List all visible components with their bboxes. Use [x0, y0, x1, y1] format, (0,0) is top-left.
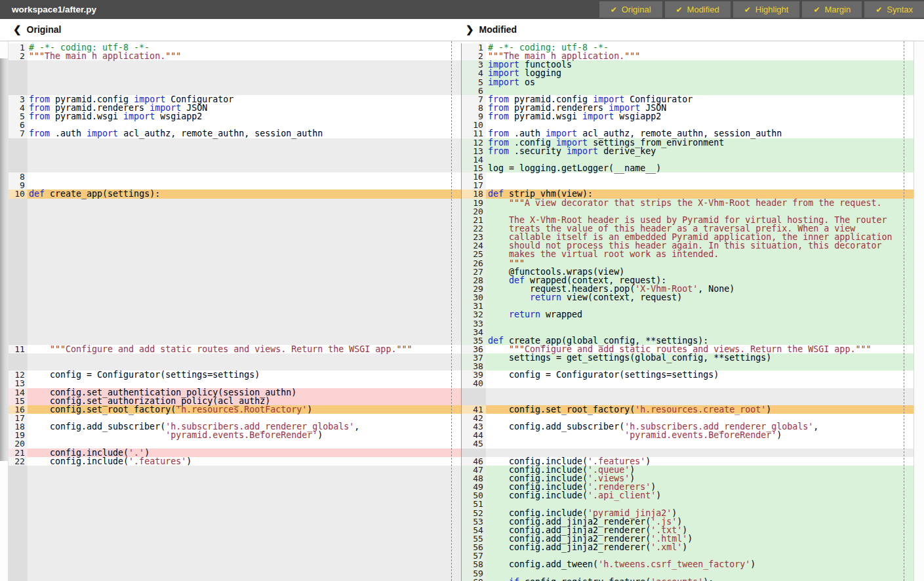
line-number: 12: [461, 138, 486, 147]
diff-row: 56 config.add_jinja2_renderer('.xml'): [461, 543, 914, 551]
code-token: [488, 310, 509, 319]
code-line: [28, 69, 461, 77]
code-line: [28, 483, 461, 491]
toggle-highlight-button[interactable]: ✔ Highlight: [733, 1, 800, 18]
diff-row: [9, 551, 461, 560]
line-number: [9, 259, 28, 268]
code-token: wrapped: [540, 310, 582, 319]
line-number: [9, 526, 28, 534]
line-number: 6: [461, 87, 486, 95]
line-number: 25: [461, 250, 486, 258]
chevron-right-icon: ❯: [466, 24, 474, 35]
line-number: [9, 543, 28, 551]
toggle-modified-button[interactable]: ✔ Modified: [665, 1, 731, 18]
toggle-syntax-button[interactable]: ✔ Syntax: [864, 1, 924, 18]
line-number: 58: [461, 560, 486, 569]
code-line: 'pyramid.events.BeforeRender'): [28, 431, 461, 439]
diff-row: [9, 250, 461, 258]
margin-line-icon: [904, 41, 904, 581]
code-line: config.add_jinja2_renderer('.xml'): [486, 543, 914, 551]
line-number: 35: [461, 336, 486, 345]
code-line: [28, 241, 461, 250]
code-token: 'accounts': [651, 577, 703, 581]
code-token: 'h.tweens.csrf_tween_factory': [598, 559, 750, 569]
code-token: config = Configurator(settings=settings): [488, 370, 719, 380]
original-pane-header: ❮ Original: [13, 24, 61, 35]
code-line: [28, 319, 461, 328]
code-line: [28, 285, 461, 293]
toggle-original-button[interactable]: ✔ Original: [599, 1, 662, 18]
code-line: def create_app(settings):: [28, 190, 461, 198]
code-line: """The main h application.""": [28, 52, 461, 60]
diff-row: [9, 500, 461, 508]
toggle-margin-button[interactable]: ✔ Margin: [802, 1, 862, 18]
line-number: 18: [461, 190, 486, 198]
code-line: [28, 216, 461, 224]
diff-row: 2"""The main h application.""": [9, 52, 461, 60]
line-number: [9, 328, 28, 336]
diff-row: 50 config.include('.api_client'): [461, 491, 914, 500]
code-token: config.set_root_factory(: [488, 405, 635, 414]
modified-pane-header: ❯ Modified: [466, 24, 517, 35]
diff-row: 8: [9, 172, 461, 181]
line-number: [9, 310, 28, 319]
code-token: import: [488, 77, 519, 87]
code-token: import: [87, 129, 118, 138]
diff-row: [9, 578, 461, 581]
line-number: [9, 534, 28, 543]
code-line: [28, 302, 461, 310]
code-line: [28, 551, 461, 560]
code-line: [28, 526, 461, 534]
line-number: [9, 509, 28, 517]
code-token: config.add_tween(: [488, 559, 598, 569]
original-code-rows: 1# -*- coding: utf-8 -*-2"""The main h a…: [9, 41, 461, 581]
left-scrollbar[interactable]: [0, 41, 9, 581]
diff-row: 19 """A view decorator that strips the X…: [461, 199, 914, 207]
code-token: view(context, request): [561, 292, 682, 302]
line-number: 14: [9, 388, 28, 397]
line-number: 19: [461, 199, 486, 207]
diff-row: 11 """Configure and add static routes an…: [9, 345, 461, 353]
code-line: from pyramid.wsgi import wsgiapp2: [486, 112, 914, 121]
diff-row: 30 return view(context, request): [461, 293, 914, 302]
line-number: 46: [461, 457, 486, 466]
code-token: ): [645, 456, 651, 466]
line-number: 13: [461, 147, 486, 155]
diff-row: [9, 233, 461, 241]
code-token: ): [687, 534, 693, 544]
code-token: import: [567, 146, 598, 156]
diff-row: 33: [461, 319, 914, 328]
line-number: 5: [461, 78, 486, 87]
code-line: [28, 578, 461, 581]
code-token: settings = get_settings(global_config, *…: [488, 353, 771, 363]
line-number: [461, 388, 486, 397]
diff-row: [9, 155, 461, 164]
code-line: from .security import derive_key: [486, 147, 914, 155]
code-token: from: [29, 129, 50, 138]
diff-row: 37 settings = get_settings(global_config…: [461, 353, 914, 362]
line-number: 28: [461, 276, 486, 285]
code-line: config.include('.api_client'): [486, 491, 914, 500]
line-number: 45: [461, 439, 486, 448]
code-token: config.set_root_factory(: [29, 405, 176, 414]
diff-row: 45: [461, 439, 914, 448]
line-number: [9, 474, 28, 483]
line-number: [9, 199, 28, 207]
code-line: [28, 500, 461, 508]
diff-row: [9, 491, 461, 500]
diff-row: 58 config.add_tween('h.tweens.csrf_tween…: [461, 560, 914, 569]
code-token: config.registry.feature(: [519, 577, 651, 581]
diff-row: [9, 319, 461, 328]
code-line: [28, 328, 461, 336]
left-scrollbar-thumb[interactable]: [0, 58, 8, 461]
code-token: config.add_jinja2_renderer(: [488, 542, 651, 552]
code-token: config = Configurator(settings=settings): [29, 370, 260, 380]
diff-row: [9, 509, 461, 517]
code-line: [28, 138, 461, 147]
right-scrollbar[interactable]: [914, 41, 924, 581]
diff-row: 5from pyramid.wsgi import wsgiapp2: [9, 112, 461, 121]
code-line: return wrapped: [486, 310, 914, 319]
code-token: 'pyramid.events.BeforeRender': [165, 430, 317, 440]
code-token: [488, 292, 530, 302]
diff-row: 7from .auth import acl_authz, remote_aut…: [9, 129, 461, 138]
